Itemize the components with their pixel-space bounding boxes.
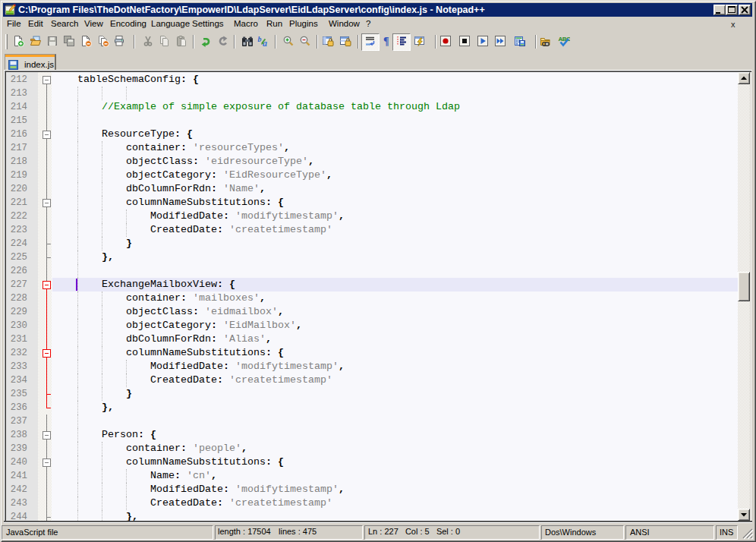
svg-text:¶: ¶ — [383, 36, 389, 47]
svg-text:b: b — [258, 35, 262, 43]
